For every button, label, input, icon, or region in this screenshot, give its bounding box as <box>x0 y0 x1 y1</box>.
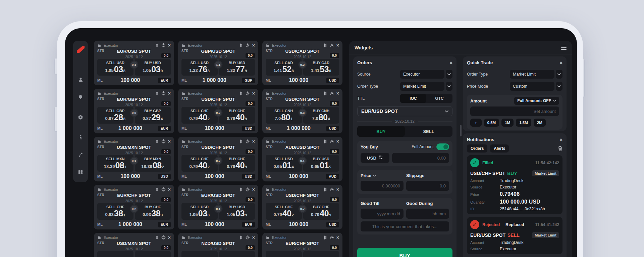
full-amount-toggle[interactable] <box>436 143 449 150</box>
tile-close-icon[interactable]: × <box>336 43 339 48</box>
buy-price-button[interactable]: BUY USD 0.65015 <box>303 155 339 172</box>
sell-price-button[interactable]: SELL MXN <box>97 251 133 257</box>
amount-chip[interactable]: 1M <box>501 119 514 127</box>
good-during-time-input[interactable] <box>406 209 449 219</box>
tile-close-icon[interactable]: × <box>168 43 171 48</box>
sell-price-button[interactable]: SELL CNH 7.0801 <box>266 107 302 124</box>
tile-settings-icon[interactable] <box>330 91 334 95</box>
depth-ladder-icon[interactable] <box>323 139 327 143</box>
sell-price-button[interactable]: SELL USD 1.32768 <box>181 59 218 76</box>
depth-ladder-icon[interactable] <box>323 235 327 240</box>
sell-price-button[interactable]: SELL CHF <box>266 251 302 257</box>
notification-item[interactable]: Rejected Replaced 11:54:41:242 EUR/USD S… <box>467 217 562 254</box>
sell-price-button[interactable]: SELL USD 1.05038 <box>97 59 133 76</box>
depth-ladder-icon[interactable] <box>239 91 243 95</box>
sell-price-button[interactable]: SELL CHF 0.93381 <box>97 203 133 220</box>
connections-icon[interactable] <box>77 152 84 158</box>
amount-chip[interactable]: 0.5M <box>484 119 499 127</box>
slippage-input[interactable] <box>406 181 449 191</box>
tile-close-icon[interactable]: × <box>336 187 339 192</box>
good-till-date-input[interactable] <box>361 209 404 219</box>
tile-settings-icon[interactable] <box>330 139 334 143</box>
order-type-select[interactable]: Market Limit <box>400 82 444 91</box>
tile-settings-icon[interactable] <box>161 91 166 95</box>
full-amount-dropdown[interactable]: Full Amount: OFF <box>514 97 559 105</box>
notifications-close-icon[interactable]: × <box>559 137 562 142</box>
tile-settings-icon[interactable] <box>161 139 166 143</box>
chevron-down-icon[interactable] <box>446 82 452 91</box>
depth-ladder-icon[interactable] <box>155 235 159 240</box>
hamburger-menu-icon[interactable] <box>561 46 567 50</box>
bell-icon[interactable] <box>77 94 84 100</box>
depth-ladder-icon[interactable] <box>155 43 159 47</box>
tile-close-icon[interactable]: × <box>168 91 171 96</box>
comment-input[interactable] <box>361 221 449 231</box>
quick-trade-close-icon[interactable]: × <box>559 60 562 65</box>
tile-settings-icon[interactable] <box>246 187 250 191</box>
sell-price-button[interactable]: SELL CHF 0.79402 <box>266 203 302 220</box>
tile-settings-icon[interactable] <box>161 235 166 240</box>
tile-settings-icon[interactable] <box>330 43 334 47</box>
tile-settings-icon[interactable] <box>330 187 334 191</box>
price-mode-select[interactable]: Custom <box>510 82 554 91</box>
tab-sell[interactable]: SELL <box>405 126 452 137</box>
notification-item[interactable]: Filled 11:54:42:142 USD/CHF SPOT BUY Mar… <box>467 155 562 214</box>
chevron-down-icon[interactable] <box>556 70 562 79</box>
buy-price-button[interactable]: BUY GBP 0.87294 <box>135 107 171 124</box>
tile-settings-icon[interactable] <box>246 43 250 47</box>
depth-ladder-icon[interactable] <box>155 187 159 191</box>
brand-logo[interactable] <box>77 46 85 53</box>
price-input[interactable] <box>361 181 404 191</box>
sell-price-button[interactable]: SELL CHF 0.79402 <box>181 107 218 124</box>
ttl-option-ioc[interactable]: IOC <box>400 94 426 103</box>
sell-price-button[interactable]: SELL GBP 0.87288 <box>97 107 133 124</box>
buy-price-button[interactable]: BUY MXN 18.39082 <box>135 155 171 172</box>
tile-settings-icon[interactable] <box>246 91 250 95</box>
add-amount-chip[interactable]: + <box>470 119 482 127</box>
tile-settings-icon[interactable] <box>161 43 166 47</box>
sell-price-button[interactable]: SELL CHF 0.79402 <box>181 155 218 172</box>
depth-ladder-icon[interactable] <box>239 187 243 191</box>
tile-close-icon[interactable]: × <box>336 91 339 96</box>
settings-nut-icon[interactable] <box>77 114 84 120</box>
set-amount-input[interactable] <box>470 106 559 116</box>
buy-price-button[interactable]: BUY CHF 0.93383 <box>135 203 171 220</box>
tile-settings-icon[interactable] <box>330 235 334 240</box>
person-icon[interactable] <box>77 134 84 140</box>
buy-price-button[interactable]: BUY USD 1.32779 <box>219 59 255 76</box>
buy-price-button[interactable]: BUY USD 1.05039 <box>135 59 171 76</box>
buy-submit-button[interactable]: BUY <box>357 248 452 257</box>
layout-widgets-icon[interactable] <box>77 169 84 175</box>
user-icon[interactable] <box>77 77 84 83</box>
buy-price-button[interactable]: BUY USD <box>219 251 255 257</box>
chevron-down-icon[interactable] <box>446 70 452 79</box>
orders-close-icon[interactable]: × <box>449 60 452 65</box>
tile-close-icon[interactable]: × <box>168 139 171 144</box>
widgets-scrollbar[interactable] <box>460 125 462 136</box>
chevron-down-icon[interactable] <box>556 82 562 91</box>
ttl-option-gtc[interactable]: GTC <box>426 94 452 103</box>
tile-close-icon[interactable]: × <box>168 187 171 192</box>
sell-price-button[interactable]: SELL USD <box>181 251 218 257</box>
tab-alerts[interactable]: Alerts <box>490 144 509 153</box>
buy-price-button[interactable]: BUY CHF 0.79409 <box>219 155 255 172</box>
amount-chip[interactable]: 1.5M <box>516 119 531 127</box>
sell-price-button[interactable]: SELL CAD 1.41528 <box>266 59 302 76</box>
depth-ladder-icon[interactable] <box>323 91 327 95</box>
tile-close-icon[interactable]: × <box>336 235 339 240</box>
depth-ladder-icon[interactable] <box>239 235 243 240</box>
buy-price-button[interactable]: BUY USD 1.05039 <box>219 203 255 220</box>
depth-ladder-icon[interactable] <box>323 43 327 47</box>
buy-price-button[interactable]: BUY CAD 1.41530 <box>303 59 339 76</box>
buy-price-button[interactable]: BUY CHF <box>303 251 339 257</box>
amount-chip[interactable]: 2M <box>534 119 546 127</box>
tile-settings-icon[interactable] <box>246 139 250 143</box>
amount-input[interactable] <box>392 153 449 163</box>
sell-price-button[interactable]: SELL USD 1.05038 <box>181 203 218 220</box>
currency-switch-button[interactable]: USD <box>361 153 389 163</box>
tab-orders[interactable]: Orders <box>467 144 487 153</box>
tile-close-icon[interactable]: × <box>336 139 339 144</box>
tile-close-icon[interactable]: × <box>252 139 255 144</box>
buy-price-button[interactable]: BUY CHF 0.79409 <box>303 203 339 220</box>
depth-ladder-icon[interactable] <box>239 43 243 47</box>
